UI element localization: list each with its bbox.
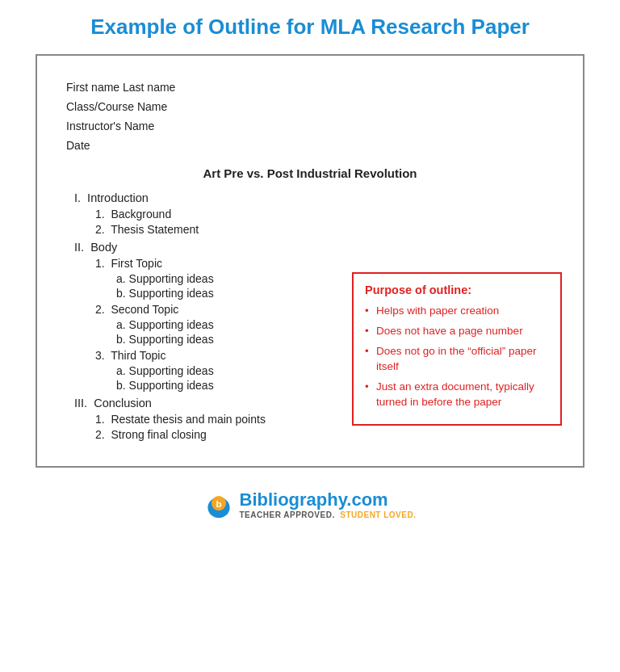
outline-body: I. Introduction 1. Background 2. Thesis … [66,191,554,441]
purpose-item-4: Just an extra document, typically turned… [365,379,549,410]
class-name: Class/Course Name [66,98,554,117]
footer-brand: Bibliography.com [240,489,417,510]
paper-container: First name Last name Class/Course Name I… [36,54,584,468]
purpose-box: Purpose of outline: Helps with paper cre… [352,272,562,425]
section-label: III. Conclusion [74,397,152,410]
conclusion-item-2: 2. Strong final closing [95,428,554,441]
body-topic-1: 1. First Topic [95,257,554,270]
author-name: First name Last name [66,78,554,98]
footer: b Bibliography.com TEACHER APPROVED. STU… [204,489,417,519]
svg-text:b: b [216,498,221,509]
page-title: Example of Outline for MLA Research Pape… [90,15,530,40]
purpose-item-1: Helps with paper creation [365,303,549,319]
paper-title-text: Art Pre vs. Post Industrial Revolution [66,166,554,180]
section-label: II. Body [74,241,117,254]
bibliography-logo: b [204,489,233,519]
tagline-teacher: TEACHER APPROVED. [240,510,335,519]
intro-item-1: 1. Background [95,208,554,220]
intro-item-2: 2. Thesis Statement [95,223,554,236]
paper-header: First name Last name Class/Course Name I… [66,78,554,155]
purpose-item-2: Does not have a page number [365,323,549,339]
purpose-box-list: Helps with paper creation Does not have … [365,303,549,410]
section-body: II. Body [74,241,554,254]
instructor-name: Instructor's Name [66,117,554,136]
footer-tagline: TEACHER APPROVED. STUDENT LOVED. [240,510,417,519]
tagline-student: STUDENT LOVED. [340,510,416,519]
purpose-item-3: Does not go in the “official” paper itse… [365,343,549,375]
section-label: I. Introduction [74,191,149,204]
section-introduction: I. Introduction [74,191,554,204]
footer-text: Bibliography.com TEACHER APPROVED. STUDE… [240,489,417,519]
date-line: Date [66,136,554,156]
purpose-box-title: Purpose of outline: [365,284,549,296]
